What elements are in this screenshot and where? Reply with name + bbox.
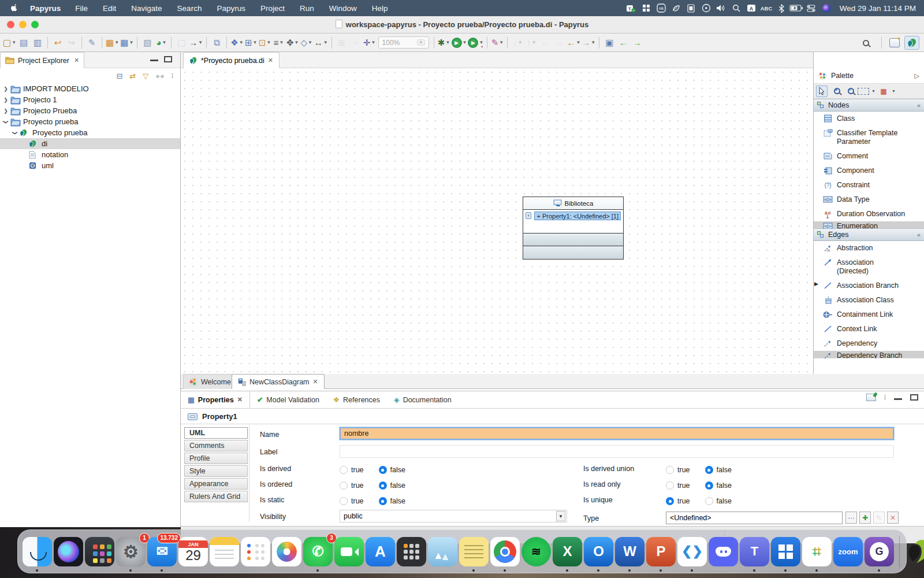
open-perspective-icon[interactable]: [889, 38, 900, 47]
palette-item-association-branch[interactable]: Association Branch: [814, 279, 924, 293]
label-input[interactable]: [340, 445, 894, 458]
discord-dock-icon[interactable]: [709, 537, 738, 566]
tab-proyecto-prueba-di[interactable]: *Proyecto prueba.di ✕: [183, 52, 280, 68]
is-ordered-false-radio[interactable]: [379, 481, 387, 490]
finder-dock-icon[interactable]: [23, 537, 52, 566]
volume-icon[interactable]: [714, 3, 729, 13]
menu-clock[interactable]: Wed 29 Jan 11:14 PM: [840, 4, 916, 13]
zoom-dock-icon[interactable]: zoom: [833, 537, 863, 566]
control-center-icon[interactable]: [804, 3, 819, 13]
snap-to-grid-button[interactable]: ⊞: [336, 36, 348, 50]
load-resource-button[interactable]: ▢: [175, 36, 188, 50]
tab-documentation[interactable]: ◈ Documentation: [387, 391, 459, 409]
tree-item-proyecto-prueba-3[interactable]: ❯Proyecto prueba: [0, 116, 180, 127]
menu-item-window-7[interactable]: Window: [329, 4, 357, 13]
close-icon[interactable]: ✕: [74, 57, 79, 64]
palette-item-component[interactable]: Component: [814, 164, 924, 178]
search-icon[interactable]: [729, 3, 744, 13]
spotify-dock-icon[interactable]: ≋: [521, 537, 551, 566]
palette-item-containment-link[interactable]: Containment Link: [814, 307, 924, 322]
type-delete-button[interactable]: ✕: [887, 512, 899, 524]
note-dropdown-icon[interactable]: ▼: [892, 89, 896, 93]
tree-item-di-5[interactable]: di: [0, 138, 180, 149]
maximize-view-icon[interactable]: [164, 56, 172, 62]
tree-item-uml-7[interactable]: uml: [0, 160, 180, 171]
doc-icon[interactable]: [684, 3, 699, 13]
tree-expander-icon[interactable]: ❯: [2, 86, 9, 92]
preview-dock-icon[interactable]: [428, 537, 457, 566]
papyrus-dock-icon[interactable]: [905, 537, 924, 566]
note-tool-icon[interactable]: ▦: [878, 86, 889, 97]
maximize-window-button[interactable]: [31, 21, 39, 28]
calendar-dock-icon[interactable]: JAN29: [178, 537, 208, 566]
uml-class-biblioteca[interactable]: Biblioteca + Property1: <Undefined> [1]: [523, 197, 624, 260]
tree-item-projecto-1-1[interactable]: ❯Projecto 1: [0, 94, 180, 105]
highlighter-button[interactable]: ✎▼: [491, 36, 504, 50]
palette-item-association-directed-[interactable]: Association (Directed): [814, 255, 924, 279]
side-tab-appearance[interactable]: Appearance: [184, 478, 248, 490]
papyrus-perspective-icon[interactable]: [904, 36, 919, 50]
papyrus-model-button[interactable]: ◕▼: [155, 36, 167, 50]
filter-icon[interactable]: ▽: [143, 72, 148, 80]
is-derived-true-radio[interactable]: [340, 466, 348, 474]
palette-drawer-edges[interactable]: Edges«: [814, 228, 924, 241]
navigate-arrow-button[interactable]: →▼: [189, 36, 203, 50]
siri-dock-icon[interactable]: [54, 537, 83, 566]
forward-disabled-button[interactable]: →: [553, 36, 565, 50]
is-static-true-radio[interactable]: [340, 497, 348, 505]
tab-references[interactable]: ❖ References: [326, 391, 387, 409]
routing-button[interactable]: ◇▼: [300, 36, 313, 50]
menu-item-help-8[interactable]: Help: [372, 4, 388, 13]
maximize-properties-icon[interactable]: [910, 394, 918, 401]
side-tab-style[interactable]: Style: [184, 465, 248, 477]
notes-dock-icon[interactable]: [210, 537, 239, 566]
close-editor-tab-icon[interactable]: ✕: [268, 57, 273, 64]
back-disabled-button[interactable]: ←: [539, 36, 552, 50]
zoom-fit-button[interactable]: ✛▼: [363, 36, 376, 50]
is-unique-false-radio[interactable]: [705, 497, 713, 505]
palette-item-duration-observation[interactable]: &dDuration Observation: [814, 207, 924, 221]
outlook-dock-icon[interactable]: O: [584, 537, 613, 566]
zoom-in-tool-icon[interactable]: +: [830, 86, 841, 97]
vscode-dock-icon[interactable]: ❮❯: [677, 537, 707, 566]
class-attributes-compartment[interactable]: + Property1: <Undefined> [1]: [523, 210, 623, 234]
stickies-dock-icon[interactable]: [459, 537, 489, 566]
diagram-canvas[interactable]: Biblioteca + Property1: <Undefined> [1]: [181, 68, 813, 374]
collapse-palette-icon[interactable]: ▷: [915, 72, 919, 80]
minimize-view-icon[interactable]: [150, 60, 158, 61]
palette-item-classifier-template-parameter[interactable]: Classifier Template Parameter: [814, 126, 924, 149]
palette-flyout-arrow[interactable]: ▶: [814, 281, 818, 287]
palette-item-data-type[interactable]: «D»Data Type: [814, 192, 924, 207]
show-grid-button[interactable]: ▫: [349, 36, 362, 50]
zoom-level-combo[interactable]: 100%▼: [378, 36, 429, 49]
tree-item-proyecto-prueba-4[interactable]: ❯Proyecto prueba: [0, 127, 180, 138]
new-table-button[interactable]: ▦▼: [106, 36, 119, 50]
tree-expander-icon[interactable]: ❯: [3, 118, 9, 125]
apple-menu-icon[interactable]: [6, 3, 23, 14]
github-dock-icon[interactable]: [865, 537, 894, 566]
abc-icon[interactable]: ABC: [759, 3, 774, 13]
next-location-button[interactable]: →: [631, 36, 643, 50]
properties-menu-icon[interactable]: ⁞: [884, 396, 886, 399]
whatsapp-dock-icon[interactable]: ✆3: [303, 537, 333, 566]
next-edit-button[interactable]: ↑▼: [525, 36, 538, 50]
tree-item-notation-6[interactable]: notation: [0, 149, 180, 160]
type-input[interactable]: <Undefined>: [666, 512, 843, 524]
back-button[interactable]: ←▼: [567, 36, 580, 50]
is-unique-true-radio[interactable]: [666, 497, 674, 505]
auto-size-button[interactable]: ↔▼: [314, 36, 328, 50]
palette-item-class[interactable]: Class: [814, 112, 924, 126]
palette-item-abstraction[interactable]: (A)Abstraction: [814, 241, 924, 255]
calculator-dock-icon[interactable]: [397, 537, 426, 566]
tree-expander-icon[interactable]: ❯: [2, 97, 9, 103]
save-all-button[interactable]: ▥: [31, 36, 44, 50]
is-read-only-true-radio[interactable]: [666, 481, 674, 490]
previous-location-button[interactable]: ←: [617, 36, 629, 50]
palette-item-constraint[interactable]: {?}Constraint: [814, 178, 924, 192]
class-header[interactable]: Biblioteca: [523, 197, 623, 210]
name-input[interactable]: nombre: [340, 427, 894, 440]
close-diagram-tab-icon[interactable]: ✕: [313, 378, 318, 386]
redo-button[interactable]: ↪: [65, 36, 78, 50]
previous-edit-button[interactable]: ↓▼: [511, 36, 524, 50]
class-nested-compartment[interactable]: [523, 246, 623, 259]
